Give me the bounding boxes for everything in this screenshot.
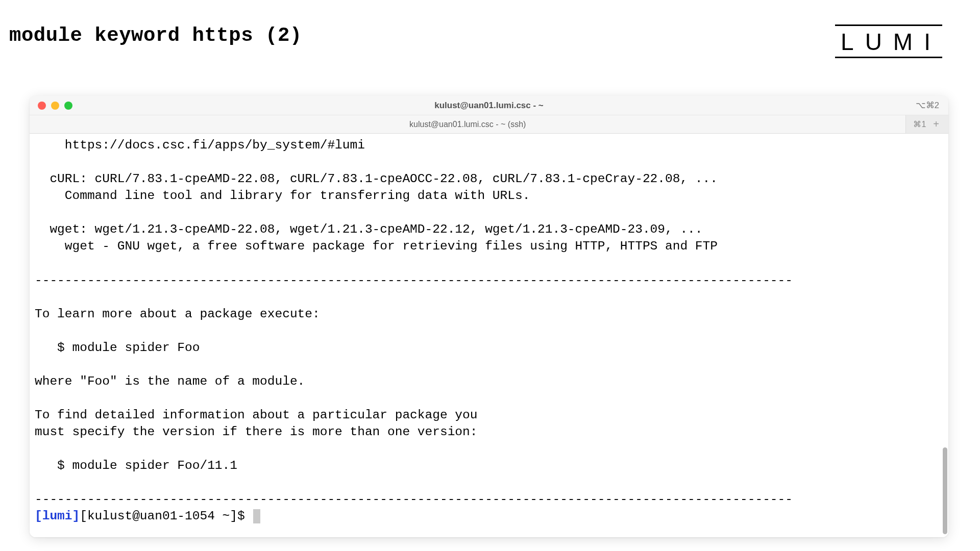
tab-bar: kulust@uan01.lumi.csc - ~ (ssh) ⌘1 + <box>30 115 948 134</box>
logo-text: LUMI <box>835 30 942 54</box>
minimize-icon[interactable] <box>51 102 59 110</box>
cursor <box>253 509 260 523</box>
window-title: kulust@uan01.lumi.csc - ~ <box>434 101 544 111</box>
lumi-logo: LUMI <box>835 24 942 55</box>
tab-shortcut: ⌘1 <box>913 119 926 129</box>
tab-label: kulust@uan01.lumi.csc - ~ (ssh) <box>409 120 526 129</box>
window-titlebar: kulust@uan01.lumi.csc - ~ ⌥⌘2 <box>30 96 948 115</box>
terminal-output: https://docs.csc.fi/apps/by_system/#lumi… <box>35 138 793 506</box>
prompt-rest: [kulust@uan01-1054 ~]$ <box>80 508 252 524</box>
prompt-host: [lumi] <box>35 508 80 524</box>
maximize-icon[interactable] <box>64 102 72 110</box>
traffic-lights <box>38 102 72 110</box>
terminal-body[interactable]: https://docs.csc.fi/apps/by_system/#lumi… <box>30 134 948 537</box>
tab-right-controls: ⌘1 + <box>906 118 948 130</box>
tab-ssh[interactable]: kulust@uan01.lumi.csc - ~ (ssh) <box>30 115 906 133</box>
scrollbar-thumb[interactable] <box>943 447 947 534</box>
close-icon[interactable] <box>38 102 46 110</box>
terminal-window: kulust@uan01.lumi.csc - ~ ⌥⌘2 kulust@uan… <box>30 96 948 537</box>
window-shortcut: ⌥⌘2 <box>916 100 939 111</box>
slide-title: module keyword https (2) <box>9 24 302 47</box>
prompt-line: [lumi][kulust@uan01-1054 ~]$ <box>35 508 943 524</box>
new-tab-button[interactable]: + <box>931 118 941 130</box>
